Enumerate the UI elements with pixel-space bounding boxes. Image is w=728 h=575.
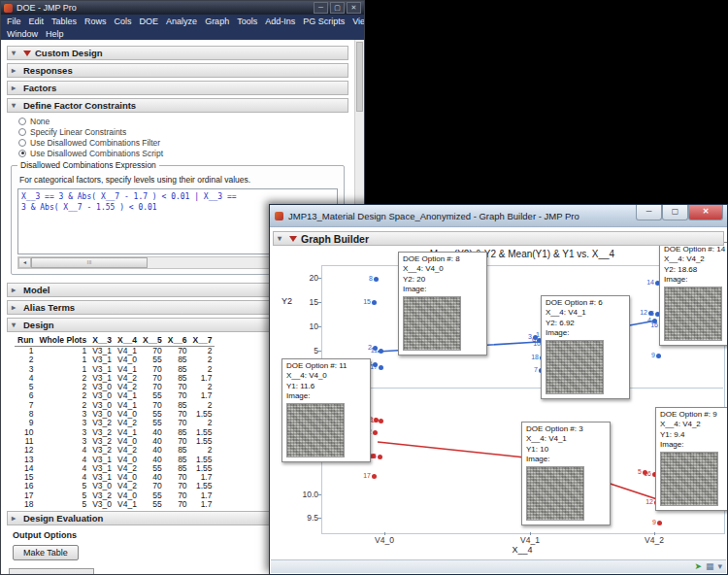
fabric-image [526, 466, 584, 521]
outline-factors[interactable]: ▸ Factors [7, 81, 348, 95]
data-point-17[interactable] [372, 474, 377, 479]
design-table-cell: V4_1 [115, 500, 140, 509]
disclosure-closed-icon[interactable]: ▸ [12, 67, 19, 75]
graph-titlebar[interactable]: JMP13_Material Design Space_Anonymized -… [270, 205, 727, 227]
design-table: RunWhole PlotsX__3X__4X__5X__6X__7 11V3_… [15, 335, 215, 509]
design-table-cell: 70 [165, 500, 190, 509]
data-point-11[interactable] [379, 349, 383, 354]
menu-view[interactable]: View [348, 17, 365, 26]
tooltip-text: DOE Option #: 8 [403, 254, 482, 264]
outline-title: Factors [23, 83, 56, 93]
red-triangle-menu-icon[interactable] [23, 51, 31, 56]
menu-file[interactable]: File [3, 17, 25, 26]
radio-option-use-disallowed-combinations-script[interactable]: Use Disallowed Combinations Script [18, 148, 360, 158]
hover-tooltip: DOE Option #: 14X__4: V4_2Y2: 18.68Image… [659, 242, 728, 346]
minimize-icon[interactable]: ─ [636, 205, 662, 220]
data-point-11[interactable] [379, 419, 383, 423]
y-tick-label: 10.0 [287, 490, 318, 499]
green-arrow-icon[interactable]: ➤ [694, 561, 702, 572]
maximize-icon[interactable]: ▢ [330, 2, 345, 14]
close-icon[interactable]: ✕ [688, 205, 723, 220]
partial-button[interactable] [9, 568, 94, 574]
tooltip-text: Y1: 9.4 [660, 430, 728, 440]
tooltip-text: Image: [664, 275, 728, 285]
fabric-image [403, 296, 461, 351]
disclosure-open-icon[interactable]: ▾ [12, 50, 19, 57]
menu-add-ins[interactable]: Add-Ins [261, 17, 299, 26]
graph-area: Mean(Y2) & Y2 & Mean(Y1) & Y1 vs. X__4 Y… [270, 205, 727, 574]
panel-divider [321, 388, 723, 389]
tooltip-text: X__4: V4_0 [403, 264, 482, 274]
radio-option-none[interactable]: None [18, 116, 360, 126]
menu-tables[interactable]: Tables [48, 17, 81, 26]
data-point-17[interactable] [379, 365, 383, 370]
data-point-2[interactable] [373, 430, 378, 435]
menu-edit[interactable]: Edit [25, 17, 49, 26]
maximize-icon[interactable]: ▢ [662, 205, 688, 220]
hover-tooltip: DOE Option #: 3X__4: V4_1Y1: 10Image: [521, 422, 611, 525]
tooltip-text: DOE Option #: 3 [526, 424, 606, 434]
point-label: 10 [527, 339, 541, 348]
point-label: 15 [357, 297, 371, 306]
close-icon[interactable]: ✕ [347, 2, 361, 14]
data-point-8[interactable] [374, 277, 379, 282]
minimize-icon[interactable]: ─ [314, 2, 328, 14]
disclosure-closed-icon[interactable]: ▸ [12, 304, 19, 312]
caret-down-icon[interactable]: ▾ [717, 561, 722, 572]
data-point-9[interactable] [656, 354, 661, 358]
menu-graph[interactable]: Graph [201, 17, 233, 26]
menu-window[interactable]: Window [3, 29, 42, 39]
data-point-15[interactable] [372, 300, 377, 305]
disclosure-open-icon[interactable]: ▾ [278, 235, 285, 243]
tooltip-text: Y1: 11.6 [286, 382, 366, 391]
disclosure-open-icon[interactable]: ▾ [12, 321, 19, 329]
tooltip-text: DOE Option #: 9 [660, 410, 728, 420]
radio-option-use-disallowed-combinations-filter[interactable]: Use Disallowed Combinations Filter [18, 137, 360, 148]
doe-menubar: FileEditTablesRowsColsDOEAnalyzeGraphToo… [1, 15, 364, 27]
tooltip-text: X__4: V4_2 [664, 254, 728, 264]
disclosure-closed-icon[interactable]: ▸ [12, 287, 19, 294]
doe-window-title: DOE - JMP Pro [17, 3, 310, 13]
point-label: 9 [643, 518, 656, 526]
menu-cols[interactable]: Cols [111, 17, 136, 26]
disclosure-closed-icon[interactable]: ▸ [12, 85, 19, 92]
radio-option-specify-linear-constraints[interactable]: Specify Linear Constraints [18, 126, 360, 137]
menu-analyze[interactable]: Analyze [162, 17, 201, 26]
point-label: 8 [359, 274, 373, 283]
red-triangle-menu-icon[interactable] [289, 236, 297, 242]
scrollbar-thumb[interactable]: III [31, 257, 148, 268]
disclosure-open-icon[interactable]: ▾ [12, 102, 19, 110]
data-point-9[interactable] [657, 521, 662, 525]
outline-custom-design[interactable]: ▾ Custom Design [7, 46, 348, 60]
menu-pg-scripts[interactable]: PG Scripts [299, 17, 348, 26]
menu-rows[interactable]: Rows [81, 17, 111, 26]
design-col-whole-plots: Whole Plots [37, 335, 90, 347]
design-table-cell: 1.7 [190, 500, 215, 509]
outline-responses[interactable]: ▸ Responses [7, 63, 348, 78]
table-icon[interactable]: ▦ [706, 561, 714, 572]
y-tick-label: 9.5 [287, 513, 318, 523]
doe-titlebar[interactable]: DOE - JMP Pro ─ ▢ ✕ [1, 1, 364, 15]
radio-circle-icon[interactable] [18, 128, 26, 136]
tooltip-text: Y1: 10 [526, 445, 606, 455]
code-line: X__3 == 3 & Abs( X__7 - 1.7 ) < 0.01 | X… [21, 191, 334, 202]
point-label: 17 [357, 471, 371, 480]
tooltip-text: DOE Option #: 11 [286, 361, 366, 371]
design-col-x-6: X__6 [165, 335, 190, 347]
scrollbar-thumb[interactable] [356, 42, 363, 112]
menu-doe[interactable]: DOE [136, 17, 163, 26]
menu-tools[interactable]: Tools [233, 17, 261, 26]
design-table-row[interactable]: 185V3_0V4_155701.7 [15, 500, 215, 509]
menu-help[interactable]: Help [42, 29, 68, 39]
scroll-left-icon[interactable]: ◂ [18, 257, 31, 268]
outline-define-factor-constraints[interactable]: ▾ Define Factor Constraints [7, 98, 348, 113]
radio-circle-icon[interactable] [18, 139, 26, 147]
data-point-15[interactable] [378, 455, 382, 459]
disclosure-closed-icon[interactable]: ▸ [12, 515, 19, 523]
y-tick-label: 15 [287, 297, 318, 307]
outline-graph-builder[interactable]: ▾ Graph Builder [273, 231, 724, 246]
fabric-image [660, 452, 718, 506]
make-table-button[interactable]: Make Table [13, 545, 79, 560]
radio-circle-icon[interactable] [18, 118, 26, 125]
radio-circle-icon[interactable] [18, 150, 26, 157]
